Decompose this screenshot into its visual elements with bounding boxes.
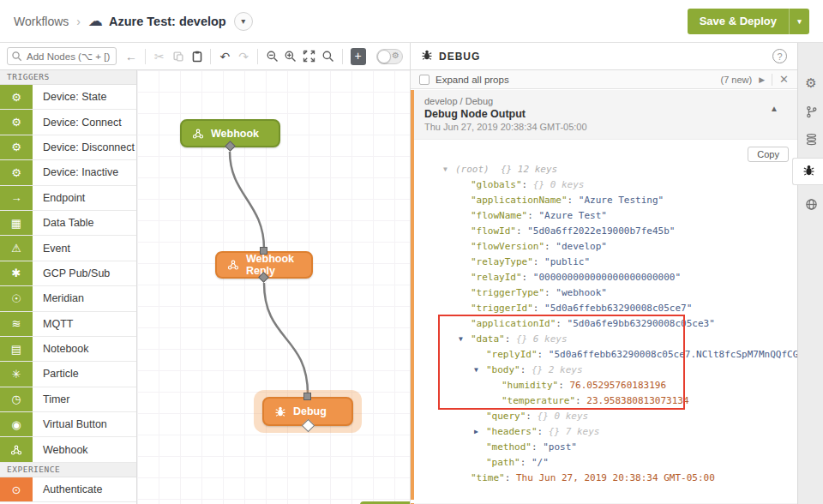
node-palette-toggle[interactable]: ⚙ — [376, 49, 403, 64]
expand-arrow-icon[interactable]: ▼ — [474, 363, 486, 378]
fit-to-screen-button[interactable] — [300, 46, 319, 67]
palette-item-device-inactive[interactable]: ⚙Device: Inactive — [0, 160, 136, 185]
palette-item-device-connect[interactable]: ⚙Device: Connect — [0, 110, 136, 135]
json-line-flowName: "flowName": "Azure Test" — [414, 208, 797, 224]
palette-item-label: GCP Pub/Sub — [33, 261, 136, 285]
palette-item-label: MQTT — [33, 312, 136, 336]
palette-item-label: Endpoint — [33, 186, 136, 210]
palette-item-label: Timer — [33, 387, 136, 411]
help-icon[interactable]: ? — [772, 49, 787, 63]
palette-item-meridian[interactable]: ☉Meridian — [0, 286, 136, 311]
node-label: Webhook — [211, 128, 259, 140]
palette-item-label: Virtual Button — [33, 412, 136, 436]
palette-item-gcp-pubsub[interactable]: ✱GCP Pub/Sub — [0, 261, 136, 286]
event-icon: ⚠ — [0, 236, 33, 260]
wire-reply-to-debug — [264, 283, 308, 394]
webhook-icon — [227, 259, 239, 271]
json-line-temperature: "temperature": 23.958380813073134 — [414, 393, 797, 409]
save-deploy-button[interactable]: Save & Deploy ▾ — [688, 9, 809, 34]
workflow-canvas[interactable]: WebhookWebhook ReplyDebug — [137, 70, 410, 504]
storage-database-icon[interactable] — [798, 126, 823, 152]
toggle-gear-icon: ⚙ — [392, 51, 399, 60]
back-arrow-button[interactable]: ← — [122, 46, 141, 67]
debug-entry-header[interactable]: develop / Debug Debug Node Output Thu Ju… — [414, 90, 797, 140]
save-deploy-caret[interactable]: ▾ — [789, 9, 809, 34]
expand-arrow-icon[interactable]: ▼ — [459, 332, 471, 347]
debug-entry-path: develop / Debug — [424, 95, 787, 107]
json-line-globals[interactable]: "globals": {} 0 keys — [414, 177, 797, 193]
versions-branch-icon[interactable] — [798, 99, 823, 124]
close-debug-icon[interactable]: ✕ — [779, 73, 789, 86]
palette-item-authenticate[interactable]: ⊙Authenticate — [0, 477, 136, 502]
copy-nodes-button[interactable] — [169, 46, 188, 67]
endpoint-icon: → — [0, 186, 33, 210]
input-connector[interactable] — [260, 247, 267, 255]
expand-arrow-icon[interactable]: ▼ — [443, 162, 455, 177]
debug-options-row: Expand all props (7 new) ▶ ✕ — [411, 70, 797, 89]
jump-to-latest-icon[interactable]: ▶ — [759, 75, 765, 84]
new-messages-badge: (7 new) — [720, 75, 752, 85]
top-bar: Workflows › ☁ Azure Test: develop ▾ Save… — [0, 0, 823, 43]
debug-panel-title: DEBUG — [439, 51, 480, 63]
json-line-triggerId: "triggerId": "5d0a6ffebb63290008c05ce7" — [414, 301, 797, 316]
data-table-icon: ▦ — [0, 211, 33, 235]
cut-button[interactable]: ✂ — [150, 46, 169, 67]
zoom-out-button[interactable] — [262, 46, 281, 67]
node-label: Webhook Reply — [246, 253, 301, 277]
palette-item-device-state[interactable]: ⚙Device: State — [0, 85, 136, 110]
palette-item-timer[interactable]: ◷Timer — [0, 387, 136, 412]
palette-item-virtual-button[interactable]: ◉Virtual Button — [0, 412, 136, 437]
right-tab-strip: ⚙ — [797, 43, 823, 504]
palette-item-device-disconnect[interactable]: ⚙Device: Disconnect — [0, 135, 136, 160]
expand-all-props-checkbox[interactable] — [419, 75, 430, 85]
flow-version-dropdown[interactable]: ▾ — [234, 12, 253, 31]
search-icon — [11, 51, 22, 62]
json-line-data[interactable]: ▼"data": {} 6 keys — [414, 332, 797, 347]
redo-button[interactable]: ↷ — [234, 46, 253, 67]
debug-entry-timestamp: Thu Jun 27, 2019 20:38:34 GMT-05:00 — [424, 121, 787, 133]
zoom-in-button[interactable] — [281, 46, 300, 67]
toolbar-divider — [257, 49, 258, 64]
paste-button[interactable] — [188, 46, 207, 67]
toolbar-divider — [210, 49, 211, 64]
device-state-icon: ⚙ — [0, 85, 33, 109]
palette-item-particle[interactable]: ✳Particle — [0, 362, 136, 387]
debug-entry: develop / Debug Debug Node Output Thu Ju… — [411, 90, 797, 500]
add-nodes-search-input[interactable] — [7, 47, 117, 65]
search-canvas-button[interactable] — [319, 46, 338, 67]
debug-tab-bug-icon — [802, 164, 815, 180]
add-note-button[interactable]: + — [351, 48, 366, 65]
json-line-flowVersion: "flowVersion": "develop" — [414, 239, 797, 255]
authenticate-icon: ⊙ — [0, 477, 33, 501]
cloud-icon: ☁ — [88, 12, 103, 30]
device-disconnect-icon: ⚙ — [0, 135, 33, 159]
wire-webhook-to-reply — [230, 152, 264, 249]
undo-button[interactable]: ↶ — [215, 46, 234, 67]
copy-button[interactable]: Copy — [748, 147, 789, 162]
expand-all-props-label: Expand all props — [436, 75, 509, 85]
palette-item-data-table[interactable]: ▦Data Table — [0, 211, 136, 236]
palette-item-endpoint[interactable]: →Endpoint — [0, 186, 136, 211]
palette-item-mqtt[interactable]: ≋MQTT — [0, 312, 136, 337]
json-line-method: "method": "post" — [414, 440, 797, 455]
palette-item-event[interactable]: ⚠Event — [0, 236, 136, 261]
application-globe-icon[interactable] — [798, 191, 823, 217]
json-line-replyId: "replyId": "5d0a6ffebb63290008c05ce7.NCl… — [414, 347, 797, 363]
json-line-headers[interactable]: ▶"headers": {} 7 keys — [414, 424, 797, 440]
palette-item-label: Data Table — [33, 211, 136, 235]
palette-item-notebook[interactable]: ▤Notebook — [0, 337, 136, 362]
breadcrumb-workflows-link[interactable]: Workflows — [14, 15, 69, 28]
breadcrumb-separator: › — [76, 15, 81, 28]
expand-arrow-icon[interactable]: ▶ — [474, 424, 486, 440]
json-line-body[interactable]: ▼"body": {} 2 keys — [414, 363, 797, 378]
palette-item-label: Notebook — [33, 337, 136, 361]
collapse-entry-arrow[interactable]: ▲ — [770, 104, 778, 113]
debug-tab-active[interactable] — [792, 158, 823, 185]
palette-item-label: Device: Inactive — [33, 160, 136, 184]
palette-item-webhook[interactable]: Webhook — [0, 437, 136, 462]
palette-item-label: Authenticate — [33, 477, 136, 501]
input-connector[interactable] — [303, 393, 311, 400]
settings-gear-icon[interactable]: ⚙ — [798, 70, 823, 96]
json-line-query[interactable]: "query": {} 0 keys — [414, 409, 797, 424]
json-line-root[interactable]: ▼(root) {} 12 keys — [414, 162, 797, 177]
